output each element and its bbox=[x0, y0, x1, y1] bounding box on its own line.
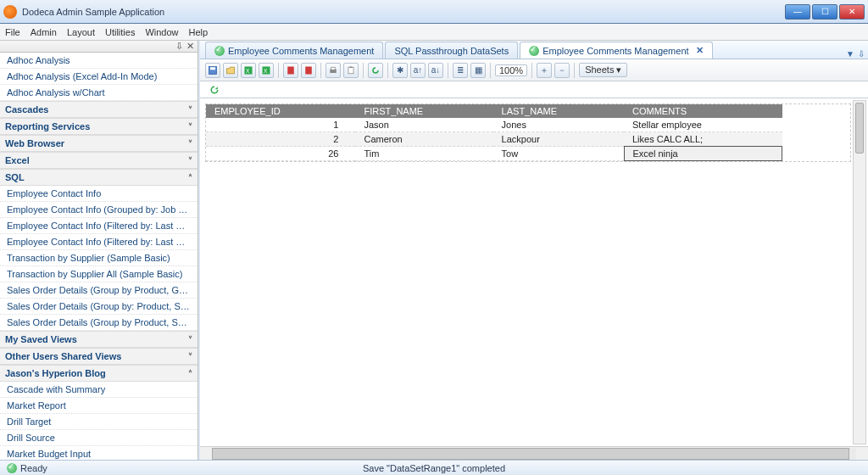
zoom-out-icon[interactable]: － bbox=[554, 63, 570, 78]
chevron-down-icon: ˅ bbox=[188, 105, 192, 115]
sidebar-item[interactable]: Employee Contact Info (Filtered by: Last… bbox=[0, 218, 198, 234]
toolbar-secondary bbox=[200, 81, 868, 98]
menu-file[interactable]: File bbox=[5, 27, 20, 37]
sidebar-category-label: Cascades bbox=[5, 104, 48, 115]
sidebar-item[interactable]: Sales Order Details (Group by Product, S… bbox=[0, 315, 198, 331]
cell[interactable]: Tim bbox=[355, 147, 492, 161]
sidebar-category-label: SQL bbox=[5, 172, 25, 182]
toolbar: X X ✱ a↑ a↓ ≣ ▦ 100% ＋ － Sheets ▾ bbox=[200, 59, 868, 81]
horizontal-scrollbar[interactable] bbox=[200, 446, 868, 460]
sidebar-item[interactable]: Employee Contact Info bbox=[0, 186, 198, 202]
sidebar-item[interactable]: Drill Target bbox=[0, 414, 198, 430]
save-icon[interactable] bbox=[205, 63, 220, 78]
sidebar-category[interactable]: Jason's Hyperion Blog˄ bbox=[0, 365, 198, 382]
sidebar-item[interactable]: Adhoc Analysis (Excel Add-In Mode) bbox=[0, 69, 198, 85]
cell[interactable]: Cameron bbox=[355, 132, 492, 147]
refresh-icon[interactable] bbox=[368, 63, 383, 78]
sidebar-category[interactable]: Other Users Shared Views˅ bbox=[0, 348, 198, 365]
sheets-dropdown[interactable]: Sheets ▾ bbox=[579, 63, 627, 77]
column-header[interactable]: LAST_NAME bbox=[493, 104, 624, 118]
cell[interactable]: Jones bbox=[493, 118, 624, 132]
grouping-icon[interactable]: ≣ bbox=[453, 63, 468, 78]
sidebar-item[interactable]: Transaction by Supplier All (Sample Basi… bbox=[0, 266, 198, 282]
table-row[interactable]: 2CameronLackpourLikes CALC ALL; bbox=[206, 132, 782, 147]
sidebar-item[interactable]: Market Budget Input bbox=[0, 446, 198, 460]
pdf2-icon[interactable] bbox=[301, 63, 316, 78]
sidebar-item[interactable]: Employee Contact Info (Grouped by: Job T… bbox=[0, 202, 198, 218]
menu-admin[interactable]: Admin bbox=[31, 27, 57, 37]
cell[interactable]: 26 bbox=[206, 147, 355, 161]
sidebar-category[interactable]: Cascades˅ bbox=[0, 101, 198, 118]
cell[interactable]: Likes CALC ALL; bbox=[624, 132, 782, 147]
sidebar-item[interactable]: Drill Source bbox=[0, 430, 198, 446]
menu-layout[interactable]: Layout bbox=[67, 27, 95, 37]
cell[interactable]: 1 bbox=[206, 118, 355, 132]
vertical-scrollbar[interactable] bbox=[853, 100, 866, 444]
sidebar-item[interactable]: Cascade with Summary bbox=[0, 382, 198, 398]
sidebar-item[interactable]: Transaction by Supplier (Sample Basic) bbox=[0, 250, 198, 266]
toolbar-separator bbox=[531, 63, 532, 78]
excel-export2-icon[interactable]: X bbox=[259, 63, 274, 78]
open-icon[interactable] bbox=[223, 63, 238, 78]
status-message: Save "DataSetRange1" completed bbox=[363, 463, 505, 473]
status-ready-text: Ready bbox=[20, 463, 47, 473]
excel-export-icon[interactable]: X bbox=[241, 63, 256, 78]
sidebar-item[interactable]: Market Report bbox=[0, 398, 198, 414]
zoom-level[interactable]: 100% bbox=[495, 64, 527, 76]
cell[interactable]: Excel ninja bbox=[624, 147, 782, 161]
grid-icon[interactable]: ▦ bbox=[470, 63, 486, 78]
cell[interactable]: Tow bbox=[493, 147, 624, 161]
refresh-small-icon[interactable] bbox=[207, 82, 222, 98]
check-icon bbox=[214, 46, 225, 56]
column-header[interactable]: EMPLOYEE_ID bbox=[206, 104, 355, 118]
menu-window[interactable]: Window bbox=[145, 27, 178, 37]
tab-dropdown-icon[interactable]: ▼ bbox=[846, 49, 854, 59]
tab-close-icon[interactable]: ✕ bbox=[696, 45, 704, 56]
pin-icon[interactable]: ⇩ bbox=[175, 41, 183, 52]
sort-asc-icon[interactable]: a↑ bbox=[410, 63, 426, 78]
cell[interactable]: Lackpour bbox=[493, 132, 624, 147]
sidebar-category[interactable]: Excel˅ bbox=[0, 152, 198, 169]
sort-desc-icon[interactable]: a↓ bbox=[428, 63, 443, 78]
tab-label: Employee Comments Management bbox=[542, 46, 688, 56]
sidebar-item[interactable]: Sales Order Details (Group by: Product, … bbox=[0, 299, 198, 315]
sidebar-item[interactable]: Employee Contact Info (Filtered by: Last… bbox=[0, 234, 198, 250]
tab[interactable]: Employee Comments Management✕ bbox=[520, 42, 712, 59]
print-icon[interactable] bbox=[326, 63, 341, 78]
maximize-button[interactable]: ☐ bbox=[812, 4, 837, 20]
sidebar-category[interactable]: Reporting Services˅ bbox=[0, 118, 198, 135]
tab-pin-icon[interactable]: ⇩ bbox=[858, 49, 865, 59]
column-header[interactable]: COMMENTS bbox=[624, 104, 782, 118]
sidebar-category[interactable]: My Saved Views˅ bbox=[0, 331, 198, 348]
sidebar-item[interactable]: Sales Order Details (Group by Product, G… bbox=[0, 282, 198, 299]
menubar: File Admin Layout Utilities Window Help bbox=[0, 24, 868, 41]
sidebar-category-label: Web Browser bbox=[5, 138, 64, 148]
menu-utilities[interactable]: Utilities bbox=[105, 27, 135, 37]
table-row[interactable]: 1JasonJonesStellar employee bbox=[206, 118, 782, 132]
svg-rect-9 bbox=[331, 67, 336, 70]
pdf-icon[interactable] bbox=[283, 63, 298, 78]
data-grid[interactable]: EMPLOYEE_IDFIRST_NAMELAST_NAMECOMMENTS1J… bbox=[205, 103, 851, 162]
toolbar-separator bbox=[574, 63, 575, 78]
column-header[interactable]: FIRST_NAME bbox=[355, 104, 492, 118]
statusbar: Ready Save "DataSetRange1" completed bbox=[0, 460, 868, 475]
freeze-icon[interactable]: ✱ bbox=[392, 63, 408, 78]
table-row[interactable]: 26TimTowExcel ninja bbox=[206, 147, 782, 161]
sidebar-item[interactable]: Adhoc Analysis bbox=[0, 53, 198, 69]
cell[interactable]: 2 bbox=[206, 132, 355, 147]
svg-rect-11 bbox=[350, 66, 353, 68]
clipboard-icon[interactable] bbox=[343, 63, 359, 78]
sidebar-category[interactable]: SQL˄ bbox=[0, 169, 198, 186]
zoom-in-icon[interactable]: ＋ bbox=[537, 63, 552, 78]
cell[interactable]: Jason bbox=[355, 118, 492, 132]
tab[interactable]: SQL Passthrough DataSets bbox=[385, 42, 518, 59]
close-button[interactable]: ✕ bbox=[839, 4, 865, 20]
tab[interactable]: Employee Comments Management bbox=[205, 42, 383, 59]
chevron-down-icon: ˅ bbox=[188, 156, 192, 165]
sidebar-category[interactable]: Web Browser˅ bbox=[0, 135, 198, 152]
sidebar-item[interactable]: Adhoc Analysis w/Chart bbox=[0, 85, 198, 101]
minimize-button[interactable]: — bbox=[785, 4, 810, 20]
sidebar-close-icon[interactable]: ✕ bbox=[186, 41, 194, 52]
menu-help[interactable]: Help bbox=[189, 27, 209, 37]
cell[interactable]: Stellar employee bbox=[624, 118, 782, 132]
